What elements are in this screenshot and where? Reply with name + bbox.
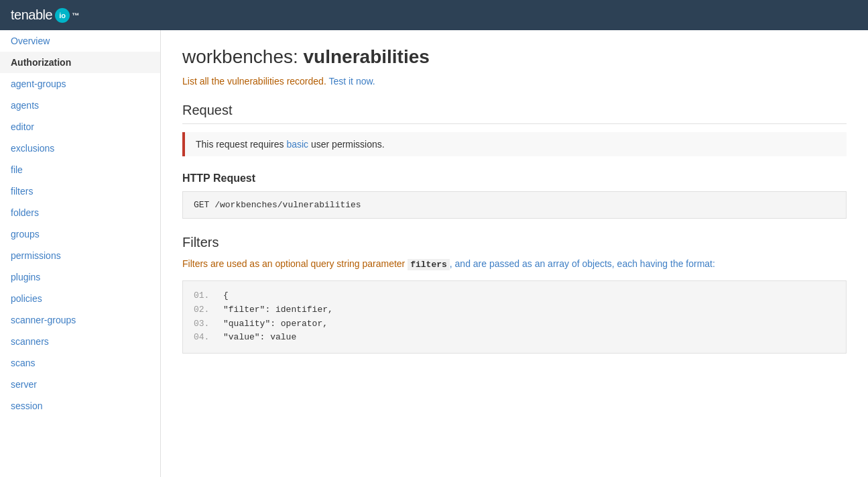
sidebar-item-groups[interactable]: groups xyxy=(0,223,160,245)
sidebar: Overview Authorization agent-groups agen… xyxy=(0,30,161,477)
sidebar-item-editor[interactable]: editor xyxy=(0,116,160,138)
sidebar-item-agent-groups[interactable]: agent-groups xyxy=(0,73,160,95)
sidebar-item-file[interactable]: file xyxy=(0,159,160,180)
filters-desc-suffix: , and are passed as an array of objects,… xyxy=(450,258,715,269)
line-num-3: 03. xyxy=(194,317,212,331)
code-line-3: 03. "quality": operator, xyxy=(194,317,835,331)
test-it-now-link[interactable]: Test it now. xyxy=(328,76,375,87)
request-note-suffix: user permissions. xyxy=(308,139,385,150)
code-line-4: 04. "value": value xyxy=(194,331,835,345)
filters-code: filters xyxy=(408,259,450,270)
logo-dot: io xyxy=(55,8,70,23)
sidebar-item-filters[interactable]: filters xyxy=(0,180,160,202)
subtitle-text: List all the vulnerabilities recorded. xyxy=(182,76,326,87)
subtitle: List all the vulnerabilities recorded. T… xyxy=(182,76,847,87)
sidebar-item-overview[interactable]: Overview xyxy=(0,30,160,52)
logo: tenable io ™ xyxy=(11,7,79,23)
sidebar-item-exclusions[interactable]: exclusions xyxy=(0,138,160,159)
filters-section: Filters Filters are used as an optional … xyxy=(182,235,847,354)
request-note: This request requires basic user permiss… xyxy=(182,132,847,156)
title-bold: vulnerabilities xyxy=(304,46,430,67)
filters-desc-prefix: Filters are used as an optional query st… xyxy=(182,258,408,269)
filters-code-block: 01. { 02. "filter": identifier, 03. "qua… xyxy=(182,280,847,354)
filters-description: Filters are used as an optional query st… xyxy=(182,258,847,270)
basic-link[interactable]: basic xyxy=(286,139,308,150)
request-section-title: Request xyxy=(182,103,847,124)
sidebar-item-folders[interactable]: folders xyxy=(0,202,160,223)
http-request-code: GET /workbenches/vulnerabilities xyxy=(182,191,847,219)
line-num-4: 04. xyxy=(194,331,212,345)
sidebar-item-server[interactable]: server xyxy=(0,374,160,395)
sidebar-item-scans[interactable]: scans xyxy=(0,352,160,374)
sidebar-item-authorization[interactable]: Authorization xyxy=(0,52,160,73)
logo-text: tenable xyxy=(11,7,52,23)
line-content-3: "quality": operator, xyxy=(223,317,328,331)
sidebar-item-session[interactable]: session xyxy=(0,395,160,417)
sidebar-item-policies[interactable]: policies xyxy=(0,288,160,309)
content-area: workbenches: vulnerabilities List all th… xyxy=(161,30,868,477)
code-line-1: 01. { xyxy=(194,289,835,303)
header: tenable io ™ xyxy=(0,0,868,30)
http-request-title: HTTP Request xyxy=(182,172,847,184)
request-note-text: This request requires xyxy=(196,139,286,150)
line-content-4: "value": value xyxy=(223,331,296,345)
code-line-2: 02. "filter": identifier, xyxy=(194,303,835,317)
main-layout: Overview Authorization agent-groups agen… xyxy=(0,30,868,477)
line-num-1: 01. xyxy=(194,289,212,303)
line-num-2: 02. xyxy=(194,303,212,317)
sidebar-item-permissions[interactable]: permissions xyxy=(0,245,160,266)
filters-title: Filters xyxy=(182,235,847,250)
line-content-1: { xyxy=(223,289,229,303)
sidebar-item-scanners[interactable]: scanners xyxy=(0,331,160,352)
sidebar-item-agents[interactable]: agents xyxy=(0,95,160,116)
line-content-2: "filter": identifier, xyxy=(223,303,333,317)
page-title: workbenches: vulnerabilities xyxy=(182,46,847,68)
title-prefix: workbenches: xyxy=(182,46,304,67)
logo-trademark: ™ xyxy=(72,11,79,19)
sidebar-item-scanner-groups[interactable]: scanner-groups xyxy=(0,309,160,331)
sidebar-item-plugins[interactable]: plugins xyxy=(0,266,160,288)
